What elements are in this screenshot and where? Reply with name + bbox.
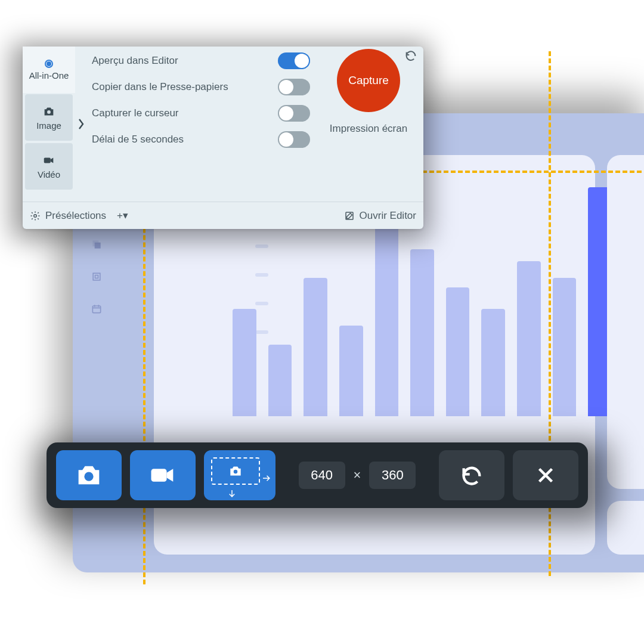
chart-bar xyxy=(553,278,577,416)
width-input[interactable]: 640 xyxy=(299,462,345,489)
gear-icon xyxy=(30,210,41,221)
chart-bar xyxy=(481,309,505,416)
mode-image[interactable]: Image xyxy=(25,94,73,141)
option-preview-label: Aperçu dans Editor xyxy=(92,55,178,67)
svg-point-14 xyxy=(34,214,37,217)
toolbar-snapshot-button[interactable] xyxy=(56,450,122,500)
chart-bar xyxy=(233,309,256,416)
chart-bar xyxy=(375,221,399,416)
toggle-preview[interactable] xyxy=(278,52,310,69)
toggle-delay[interactable] xyxy=(278,131,310,148)
dimensions-display: 640 × 360 xyxy=(284,462,431,489)
chart-bar xyxy=(446,287,470,416)
toggle-cursor[interactable] xyxy=(278,105,310,122)
height-input[interactable]: 360 xyxy=(369,462,416,489)
video-icon xyxy=(147,460,178,491)
presets-button[interactable]: Présélections +▾ xyxy=(30,209,128,222)
svg-rect-7 xyxy=(92,306,100,313)
capture-toolbar: 640 × 360 xyxy=(47,442,588,508)
option-cursor-label: Capturer le curseur xyxy=(92,107,179,119)
toolbar-reset-button[interactable] xyxy=(439,450,504,500)
camera-icon xyxy=(73,460,104,491)
add-preset-dropdown[interactable]: +▾ xyxy=(117,209,128,222)
chart-bar xyxy=(304,278,327,416)
capture-hotkey-label: Impression écran xyxy=(330,123,407,135)
undo-icon[interactable] xyxy=(404,49,417,62)
square-icon xyxy=(91,271,103,283)
radio-selected-icon xyxy=(45,60,53,68)
toolbar-record-button[interactable] xyxy=(130,450,196,500)
mode-label: Image xyxy=(36,120,61,131)
chevron-right-icon xyxy=(75,47,87,202)
chart-bar xyxy=(268,345,292,416)
svg-point-12 xyxy=(47,110,51,113)
toolbar-close-button[interactable] xyxy=(513,450,578,500)
video-icon xyxy=(42,154,55,167)
svg-rect-17 xyxy=(151,469,167,482)
mode-label: All-in-One xyxy=(29,70,69,80)
option-clipboard-label: Copier dans le Presse-papiers xyxy=(92,81,228,93)
capture-button-label: Capture xyxy=(348,74,389,87)
mode-all-in-one[interactable]: All-in-One xyxy=(23,47,75,93)
side-card-small xyxy=(607,501,644,555)
close-icon xyxy=(535,465,556,486)
chart-bar xyxy=(339,326,363,416)
times-label: × xyxy=(354,467,361,483)
camera-icon xyxy=(42,105,55,118)
presets-label: Présélections xyxy=(45,210,106,222)
toggle-clipboard[interactable] xyxy=(278,79,310,95)
chart-bar xyxy=(517,261,541,416)
capture-panel: All-in-One Image Vidéo Aperçu dans Edito… xyxy=(23,47,423,229)
open-editor-label: Ouvrir Editor xyxy=(360,210,416,222)
arrow-down-icon xyxy=(227,488,237,499)
mode-video[interactable]: Vidéo xyxy=(25,143,73,190)
toolbar-ratio-button[interactable] xyxy=(204,450,275,500)
svg-rect-5 xyxy=(93,273,100,280)
svg-point-18 xyxy=(234,470,238,474)
options-list: Aperçu dans Editor Copier dans le Presse… xyxy=(87,47,314,202)
side-card xyxy=(607,155,644,489)
svg-rect-13 xyxy=(44,157,51,163)
calendar-icon xyxy=(91,303,103,315)
mode-list: All-in-One Image Vidéo xyxy=(23,47,75,202)
capture-button[interactable]: Capture xyxy=(337,49,400,112)
svg-rect-6 xyxy=(95,275,98,278)
copy-icon xyxy=(91,239,103,250)
arrow-right-icon xyxy=(261,473,272,484)
svg-point-16 xyxy=(84,472,93,481)
open-editor-button[interactable]: Ouvrir Editor xyxy=(344,210,416,222)
aspect-select-icon xyxy=(211,457,260,485)
edit-icon xyxy=(344,210,355,221)
option-delay-label: Délai de 5 secondes xyxy=(92,134,184,145)
svg-rect-4 xyxy=(95,243,101,249)
mode-label: Vidéo xyxy=(38,169,60,179)
chart-bar xyxy=(410,249,434,416)
undo-icon xyxy=(460,463,484,487)
